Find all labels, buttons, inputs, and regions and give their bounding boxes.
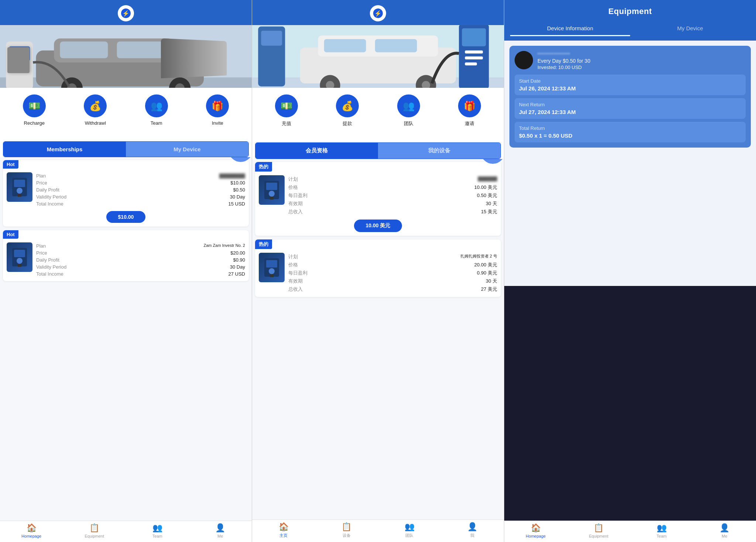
nav-me-cn[interactable]: 👤 我 bbox=[441, 522, 504, 538]
nav-team-1[interactable]: 👥 Team bbox=[126, 523, 189, 538]
price-value-1: $10.00 bbox=[230, 180, 245, 186]
team-cn-nav-icon: 👥 bbox=[405, 522, 415, 532]
nav-team-eq[interactable]: 👥 Team bbox=[630, 523, 693, 538]
svg-rect-7 bbox=[117, 41, 165, 58]
price-label-cn-2: 价格 bbox=[288, 262, 298, 268]
team-nav-label-1: Team bbox=[152, 534, 162, 538]
tab-device-information[interactable]: Device Information bbox=[510, 21, 630, 36]
daily-profit-value-cn-1: 0.50 美元 bbox=[477, 192, 497, 199]
bottom-nav-2: 🏠 主页 📋 设备 👥 团队 👤 我 bbox=[252, 519, 504, 542]
tab-my-device-cn[interactable]: 我的设备 bbox=[378, 143, 501, 159]
action-team[interactable]: 👥 Team bbox=[145, 94, 168, 126]
income-label-1: Total Income bbox=[36, 201, 63, 207]
withdrawl-cn-label: 提款 bbox=[343, 120, 352, 127]
bottom-nav-1: 🏠 Homepage 📋 Equipment 👥 Team 👤 Me bbox=[0, 521, 252, 542]
me-cn-nav-label: 我 bbox=[470, 533, 474, 538]
price-value-cn-2: 20.00 美元 bbox=[474, 262, 497, 268]
recharge-label: Recharge bbox=[24, 120, 45, 126]
action-withdrawl[interactable]: 💰 Withdrawl bbox=[84, 94, 107, 126]
nav-equipment-eq[interactable]: 📋 Equipment bbox=[567, 523, 630, 538]
action-invite-cn[interactable]: 🎁 邀请 bbox=[458, 94, 481, 127]
svg-rect-20 bbox=[14, 250, 25, 257]
invite-cn-icon: 🎁 bbox=[458, 94, 481, 117]
svg-rect-37 bbox=[465, 51, 483, 53]
svg-point-44 bbox=[269, 191, 275, 197]
svg-rect-29 bbox=[324, 39, 366, 52]
price-value-cn-1: 10.00 美元 bbox=[474, 184, 497, 191]
action-recharge[interactable]: 💵 Recharge bbox=[23, 94, 46, 126]
team-eq-nav-label: Team bbox=[657, 534, 667, 538]
avatar-overlay-2: 🧒 bbox=[480, 159, 504, 165]
product-details-cn-1: 计划 ▓▓▓▓▓▓ 价格 10.00 美元 每日盈利 0.50 美元 有效期 bbox=[288, 175, 497, 216]
product-list-1: 🧒 Hot Plan bbox=[0, 157, 252, 521]
svg-rect-38 bbox=[465, 56, 483, 59]
device-avatar-1 bbox=[515, 51, 533, 69]
device-invested-text: Invested: 10.00 USD bbox=[537, 65, 746, 70]
nav-me-eq[interactable]: 👤 Me bbox=[693, 523, 756, 538]
hero-image-1 bbox=[0, 25, 252, 88]
svg-rect-47 bbox=[266, 260, 277, 267]
homepage-cn-icon: 🏠 bbox=[279, 522, 289, 532]
screen1-header: ⚡ bbox=[0, 0, 252, 25]
homepage-cn-nav-label: 主页 bbox=[279, 533, 288, 538]
next-return-label: Next Return bbox=[519, 102, 741, 107]
nav-me-1[interactable]: 👤 Me bbox=[189, 523, 252, 538]
quick-actions-1: 💵 Recharge 💰 Withdrawl 👥 Team 🎁 Invite bbox=[0, 88, 252, 130]
equipment-eq-nav-label: Equipment bbox=[589, 534, 608, 538]
validity-label-cn-2: 有效期 bbox=[288, 278, 303, 284]
nav-equipment-1[interactable]: 📋 Equipment bbox=[63, 523, 126, 538]
screen2-header: ⚡ bbox=[252, 0, 504, 25]
homepage-eq-icon: 🏠 bbox=[531, 523, 541, 533]
nav-equipment-cn[interactable]: 📋 设备 bbox=[315, 522, 378, 538]
invite-cn-label: 邀请 bbox=[465, 120, 474, 127]
action-recharge-cn[interactable]: 💵 充值 bbox=[275, 94, 298, 127]
equipment-eq-icon: 📋 bbox=[594, 523, 604, 533]
validity-label-1: Validity Period bbox=[36, 194, 66, 200]
nav-homepage-cn[interactable]: 🏠 主页 bbox=[252, 522, 315, 538]
svg-text:⚡: ⚡ bbox=[374, 10, 382, 17]
svg-rect-13 bbox=[9, 46, 30, 61]
action-withdrawl-cn[interactable]: 💰 提款 bbox=[336, 94, 359, 127]
me-icon-1: 👤 bbox=[215, 523, 225, 533]
device-card-1: •••••••••••••••• Every Day $0.50 for 30 … bbox=[509, 46, 751, 148]
validity-label-2: Validity Period bbox=[36, 264, 66, 270]
action-team-cn[interactable]: 👥 团队 bbox=[397, 94, 420, 127]
price-value-2: $20.00 bbox=[230, 250, 245, 256]
equipment-tab-switcher: Device Information My Device bbox=[504, 21, 756, 41]
svg-rect-22 bbox=[18, 264, 21, 267]
plan-value-1: ▓▓▓▓▓▓▓▓ bbox=[219, 173, 245, 179]
action-invite[interactable]: 🎁 Invite bbox=[206, 94, 229, 126]
me-eq-nav-label: Me bbox=[722, 534, 727, 538]
nav-homepage-1[interactable]: 🏠 Homepage bbox=[0, 523, 63, 538]
team-nav-icon-1: 👥 bbox=[152, 523, 162, 533]
avatar-overlay-1: 🧒 bbox=[228, 157, 252, 163]
hero-image-2 bbox=[252, 25, 504, 88]
validity-value-cn-1: 30 天 bbox=[486, 200, 497, 207]
tab-memberships-cn[interactable]: 会员资格 bbox=[255, 143, 378, 159]
product-badge-1: Hot bbox=[3, 160, 18, 169]
price-label-2: Price bbox=[36, 250, 47, 256]
equipment-title: Equipment bbox=[608, 7, 652, 16]
daily-profit-value-1: $0.50 bbox=[233, 187, 245, 193]
svg-point-14 bbox=[14, 61, 24, 70]
svg-point-17 bbox=[17, 188, 23, 194]
next-return-value: Jul 27, 2024 12:33 AM bbox=[519, 109, 741, 115]
nav-team-cn[interactable]: 👥 团队 bbox=[378, 522, 441, 538]
daily-profit-value-cn-2: 0.90 美元 bbox=[477, 270, 497, 276]
product-details-1: Plan ▓▓▓▓▓▓▓▓ Price $10.00 Daily Profit … bbox=[36, 172, 245, 207]
app-logo-1: ⚡ bbox=[118, 5, 134, 21]
buy-btn-cn-1[interactable]: 10.00 美元 bbox=[354, 220, 402, 232]
validity-value-2: 30 Day bbox=[230, 264, 245, 270]
next-return-section: Next Return Jul 27, 2024 12:33 AM bbox=[515, 98, 746, 119]
homepage-nav-label-1: Homepage bbox=[21, 534, 41, 538]
tab-memberships[interactable]: Memberships bbox=[3, 142, 126, 157]
svg-rect-18 bbox=[18, 194, 21, 197]
team-cn-icon: 👥 bbox=[397, 94, 420, 117]
tab-switcher-1: Memberships My Device bbox=[3, 141, 249, 157]
product-details-2: Plan Zam Zam Investr No. 2 Price $20.00 … bbox=[36, 242, 245, 277]
buy-btn-1[interactable]: $10.00 bbox=[106, 211, 146, 223]
validity-value-1: 30 Day bbox=[230, 194, 245, 200]
nav-homepage-eq[interactable]: 🏠 Homepage bbox=[504, 523, 567, 538]
tab-my-device[interactable]: My Device bbox=[126, 142, 248, 157]
tab-my-device-eq[interactable]: My Device bbox=[630, 21, 750, 36]
